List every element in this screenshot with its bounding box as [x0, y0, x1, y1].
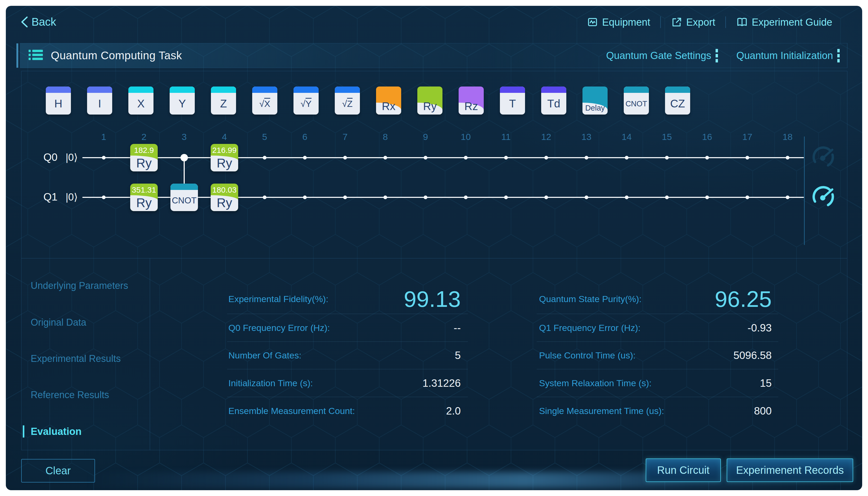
column-number: 8	[377, 132, 393, 142]
palette-gate-H[interactable]: H	[46, 87, 71, 114]
sidebar-tab-original-data[interactable]: Original Data	[31, 316, 86, 328]
gate-label: I	[87, 93, 112, 114]
column-number: 3	[176, 132, 192, 142]
stat-row: Initialization Time (s):1.31226	[228, 372, 461, 393]
export-button[interactable]: Export	[660, 16, 725, 28]
column-number: 6	[297, 132, 313, 142]
experiment-guide-button[interactable]: Experiment Guide	[725, 16, 832, 28]
tab-label: Evaluation	[31, 426, 81, 437]
wire-slot-dot	[625, 196, 628, 199]
qubit-wire	[82, 157, 804, 158]
qubit-name: Q1	[43, 191, 58, 203]
column-number: 5	[257, 132, 273, 142]
circuit-gate-Ry[interactable]: 351.31Ry	[130, 184, 158, 211]
gate-label: Td	[541, 93, 566, 114]
gate-color-band	[624, 87, 649, 93]
wire-slot-dot	[383, 156, 387, 159]
wire-slot-dot	[544, 196, 548, 199]
wire-slot-dot	[745, 156, 749, 159]
palette-gate-X[interactable]: X	[128, 87, 153, 114]
palette-gate-Delay[interactable]: Delay	[582, 87, 608, 114]
circuit-gate-Ry[interactable]: 180.03Ry	[211, 184, 238, 211]
stat-label: Ensemble Measurement Count:	[228, 406, 355, 416]
cnot-connector	[184, 158, 185, 184]
palette-gate-Rx[interactable]: Rx	[376, 87, 401, 114]
stat-value: 15	[760, 377, 772, 389]
column-number: 18	[780, 132, 795, 142]
gate-label: Ry	[130, 196, 158, 210]
gate-label: CNOT	[170, 190, 198, 211]
wire-slot-dot	[665, 196, 669, 199]
stat-value: 1.31226	[422, 377, 461, 389]
palette-gate-CNOT[interactable]: CNOT	[624, 87, 649, 114]
palette-gate-√X[interactable]: √X	[252, 87, 277, 114]
qubit-name: Q0	[43, 151, 58, 163]
column-number: 14	[619, 132, 635, 142]
sidebar-tab-evaluation[interactable]: Evaluation	[31, 425, 81, 437]
gate-color-band	[87, 87, 112, 93]
circuit-gate-Ry[interactable]: 182.9Ry	[130, 144, 158, 171]
wire-slot-dot	[504, 196, 508, 199]
stat-value: 99.13	[404, 286, 461, 312]
gate-label: √Y	[293, 93, 319, 114]
column-number: 4	[216, 132, 232, 142]
sidebar-tab-reference-results[interactable]: Reference Results	[31, 389, 109, 401]
stat-row-separator	[537, 314, 778, 314]
task-list-icon[interactable]	[28, 48, 44, 63]
palette-gate-Td[interactable]: Td	[541, 87, 566, 114]
sidebar-tab-underlying-parameters[interactable]: Underlying Parameters	[31, 280, 128, 292]
palette-gate-Rz[interactable]: Rz	[459, 87, 484, 114]
palette-gate-Ry[interactable]: Ry	[417, 87, 442, 114]
circuit-gate-CNOT[interactable]: CNOT	[170, 184, 198, 211]
title-menus: Quantum Gate Settings Quantum Initializa…	[606, 43, 840, 68]
stat-label: System Relaxation Time (s):	[539, 378, 652, 388]
wire-slot-dot	[584, 196, 588, 199]
wire-slot-dot	[424, 156, 427, 159]
gate-color-band	[170, 184, 198, 190]
sidebar-tab-experimental-results[interactable]: Experimental Results	[31, 353, 121, 365]
palette-gate-Z[interactable]: Z	[211, 87, 236, 114]
experiment-guide-label: Experiment Guide	[752, 17, 832, 28]
palette-gate-T[interactable]: T	[500, 87, 525, 114]
control-dot[interactable]	[181, 154, 188, 161]
tab-label: Experimental Results	[31, 353, 121, 364]
gate-color-band	[665, 87, 690, 93]
gate-label: Ry	[417, 101, 442, 112]
equipment-button[interactable]: Equipment	[587, 16, 660, 28]
column-number: 7	[337, 132, 353, 142]
tab-label: Underlying Parameters	[31, 280, 128, 291]
quantum-gate-settings-menu[interactable]: Quantum Gate Settings	[606, 49, 718, 62]
clear-button[interactable]: Clear	[21, 459, 95, 482]
wire-slot-dot	[504, 156, 508, 159]
wire-slot-dot	[705, 156, 709, 159]
q0-calibration-gauge-icon[interactable]	[810, 142, 837, 169]
palette-gate-CZ[interactable]: CZ	[665, 87, 690, 114]
gate-color-band	[252, 87, 277, 93]
gate-label: X	[128, 93, 153, 114]
experiment-records-button[interactable]: Experimenent Records	[727, 459, 853, 482]
gate-angle-value: 180.03	[211, 185, 238, 195]
stat-label: Experimental Fidelity(%):	[228, 294, 329, 304]
stat-row-separator	[227, 369, 468, 369]
back-label: Back	[31, 16, 56, 28]
palette-gate-√Z[interactable]: √Z	[335, 87, 360, 114]
stat-value: 5	[455, 350, 461, 361]
gate-color-band	[335, 87, 360, 93]
quantum-initialization-menu[interactable]: Quantum Initialization	[736, 49, 840, 62]
palette-gate-Y[interactable]: Y	[170, 87, 195, 114]
palette-gate-√Y[interactable]: √Y	[293, 87, 319, 114]
q1-calibration-gauge-icon[interactable]	[810, 182, 837, 208]
circuit-gate-Ry[interactable]: 216.99Ry	[211, 144, 238, 171]
wire-slot-dot	[584, 156, 588, 159]
wire-slot-dot	[544, 156, 548, 159]
column-number: 17	[740, 132, 755, 142]
back-button[interactable]: Back	[20, 15, 56, 29]
gate-color-band	[211, 87, 236, 93]
stat-value: 5096.58	[733, 350, 772, 361]
topbar-actions: Equipment Export Experiment Guide	[587, 15, 832, 29]
gate-angle-value: 182.9	[130, 146, 158, 155]
active-tab-indicator	[23, 425, 24, 437]
column-number: 12	[538, 132, 554, 142]
palette-gate-I[interactable]: I	[87, 87, 112, 114]
run-circuit-button[interactable]: Run Circuit	[646, 459, 721, 482]
